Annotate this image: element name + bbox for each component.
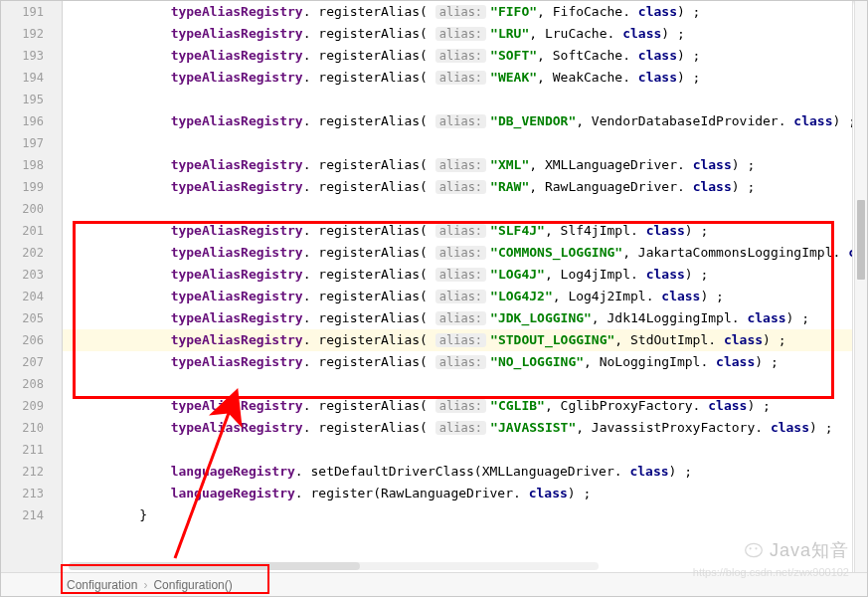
svg-point-1	[746, 543, 763, 556]
code-line[interactable]: typeAliasRegistry. registerAlias( alias:…	[63, 307, 852, 329]
code-line[interactable]: typeAliasRegistry. registerAlias( alias:…	[63, 1, 852, 23]
code-line[interactable]: typeAliasRegistry. registerAlias( alias:…	[63, 220, 852, 242]
editor-window: 1911921931941951961971981992002012022032…	[0, 0, 868, 597]
line-number[interactable]: 199	[1, 176, 62, 198]
code-line[interactable]	[63, 89, 852, 110]
line-number[interactable]: 210	[1, 417, 62, 439]
line-number[interactable]: 204	[1, 286, 62, 307]
wechat-icon	[744, 541, 764, 559]
svg-point-3	[755, 547, 757, 549]
parameter-hint: alias:	[435, 180, 486, 194]
line-number[interactable]: 207	[1, 351, 62, 373]
parameter-hint: alias:	[435, 246, 486, 260]
line-number[interactable]: 208	[1, 373, 62, 395]
line-number[interactable]: 194	[1, 67, 62, 89]
parameter-hint: alias:	[435, 290, 486, 303]
line-number[interactable]: 212	[1, 461, 62, 483]
parameter-hint: alias:	[435, 5, 486, 19]
line-number[interactable]: 203	[1, 264, 62, 286]
parameter-hint: alias:	[435, 27, 486, 41]
code-line[interactable]: typeAliasRegistry. registerAlias( alias:…	[63, 351, 852, 373]
parameter-hint: alias:	[435, 399, 486, 413]
code-line[interactable]	[63, 198, 852, 220]
line-number[interactable]: 211	[1, 439, 62, 461]
code-line[interactable]: languageRegistry. setDefaultDriverClass(…	[63, 461, 852, 483]
line-number[interactable]: 209	[1, 395, 62, 417]
watermark-brand: Java知音	[744, 538, 849, 562]
code-line[interactable]: typeAliasRegistry. registerAlias( alias:…	[63, 286, 852, 307]
code-editor-area[interactable]: typeAliasRegistry. registerAlias( alias:…	[63, 1, 853, 572]
breadcrumb-method[interactable]: Configuration()	[153, 578, 232, 592]
code-line[interactable]: typeAliasRegistry. registerAlias( alias:…	[63, 264, 852, 286]
code-line[interactable]: typeAliasRegistry. registerAlias( alias:…	[63, 45, 852, 67]
code-line[interactable]: typeAliasRegistry. registerAlias( alias:…	[63, 242, 852, 264]
parameter-hint: alias:	[435, 224, 486, 238]
code-line[interactable]: languageRegistry. register(RawLanguageDr…	[63, 483, 852, 504]
vertical-scrollbar[interactable]	[854, 1, 867, 572]
line-number[interactable]: 202	[1, 242, 62, 264]
parameter-hint: alias:	[435, 355, 486, 369]
breadcrumb-class[interactable]: Configuration	[67, 578, 137, 592]
svg-point-2	[750, 547, 752, 549]
line-number[interactable]: 206	[1, 329, 62, 351]
parameter-hint: alias:	[435, 333, 486, 347]
parameter-hint: alias:	[435, 268, 486, 282]
line-number[interactable]: 197	[1, 132, 62, 154]
code-line[interactable]: typeAliasRegistry. registerAlias( alias:…	[63, 329, 852, 351]
code-line[interactable]	[63, 373, 852, 395]
line-number[interactable]: 195	[1, 89, 62, 110]
line-number[interactable]: 205	[1, 307, 62, 329]
parameter-hint: alias:	[435, 311, 486, 325]
code-line[interactable]	[63, 132, 852, 154]
line-number[interactable]: 213	[1, 483, 62, 504]
line-number[interactable]: 200	[1, 198, 62, 220]
parameter-hint: alias:	[435, 114, 486, 128]
breadcrumb-separator-icon: ›	[143, 578, 147, 592]
line-number-gutter[interactable]: 1911921931941951961971981992002012022032…	[1, 1, 63, 572]
line-number[interactable]: 196	[1, 110, 62, 132]
line-number[interactable]: 201	[1, 220, 62, 242]
code-line[interactable]: typeAliasRegistry. registerAlias( alias:…	[63, 395, 852, 417]
parameter-hint: alias:	[435, 158, 486, 172]
code-line[interactable]: typeAliasRegistry. registerAlias( alias:…	[63, 110, 852, 132]
line-number[interactable]: 192	[1, 23, 62, 45]
code-line[interactable]: typeAliasRegistry. registerAlias( alias:…	[63, 417, 852, 439]
horizontal-scroll-thumb[interactable]	[69, 562, 360, 570]
code-line[interactable]	[63, 439, 852, 461]
parameter-hint: alias:	[435, 49, 486, 63]
vertical-scroll-thumb[interactable]	[857, 200, 865, 280]
line-number[interactable]: 214	[1, 504, 62, 526]
code-line[interactable]: }	[63, 504, 852, 526]
line-number[interactable]: 198	[1, 154, 62, 176]
horizontal-scrollbar[interactable]	[69, 562, 599, 570]
parameter-hint: alias:	[435, 421, 486, 435]
code-line[interactable]: typeAliasRegistry. registerAlias( alias:…	[63, 67, 852, 89]
parameter-hint: alias:	[435, 71, 486, 85]
line-number[interactable]: 193	[1, 45, 62, 67]
line-number[interactable]: 191	[1, 1, 62, 23]
watermark-url: https://blog.csdn.net/zwx900102	[693, 566, 849, 578]
code-line[interactable]: typeAliasRegistry. registerAlias( alias:…	[63, 23, 852, 45]
code-line[interactable]: typeAliasRegistry. registerAlias( alias:…	[63, 176, 852, 198]
code-line[interactable]: typeAliasRegistry. registerAlias( alias:…	[63, 154, 852, 176]
